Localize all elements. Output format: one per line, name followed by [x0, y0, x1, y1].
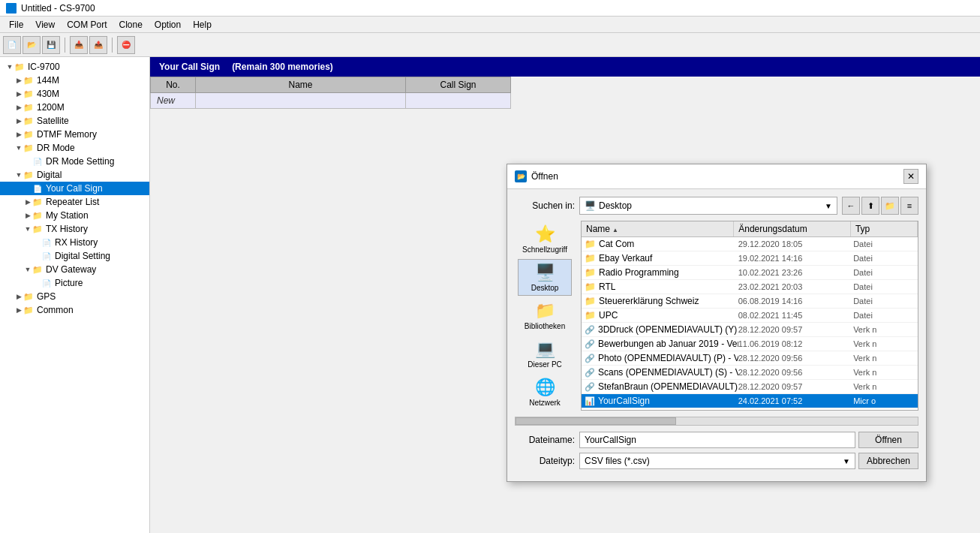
sidebar-item-144m[interactable]: ▶ 📁 144M: [0, 74, 149, 87]
col-header-date[interactable]: Änderungsdatum: [734, 221, 851, 236]
open-dialog: 📂 Öffnen ✕ Suchen in: 🖥️ Desktop ▼ ← ⬆ 📁…: [507, 164, 927, 482]
file-cell-name: 📁 Cat Com: [585, 239, 738, 249]
col-callsign: Call Sign: [406, 77, 511, 93]
col-header-name[interactable]: Name ▲: [582, 221, 734, 236]
sidebar-item-ic9700[interactable]: ▼ 📁 IC-9700: [0, 60, 149, 74]
sidebar-item-mystation[interactable]: ▶ 📁 My Station: [0, 209, 149, 222]
sidebar-dieser-pc[interactable]: 💻 Dieser PC: [518, 336, 572, 372]
file-row[interactable]: 📁 RTL 23.02.2021 20:03 Datei: [582, 280, 918, 294]
sidebar-item-drmode[interactable]: ▼ 📁 DR Mode: [0, 141, 149, 155]
toolbar-read-btn[interactable]: 📥: [70, 36, 88, 54]
cell-callsign-new[interactable]: [406, 93, 511, 109]
col-header-type[interactable]: Typ: [851, 221, 918, 236]
nav-back-btn[interactable]: ←: [842, 197, 860, 215]
sidebar-desktop[interactable]: 🖥️ Desktop: [518, 259, 572, 296]
file-rows: 📁 Cat Com 29.12.2020 18:05 Datei 📁 Ebay …: [582, 237, 918, 408]
sidebar-item-gps[interactable]: ▶ 📁 GPS: [0, 290, 149, 303]
filetype-select[interactable]: CSV files (*.csv) ▼: [579, 453, 855, 469]
menu-view[interactable]: View: [29, 18, 61, 32]
file-row[interactable]: 🔗 Photo (OPENMEDIAVAULT) (P) - Verknüpfu…: [582, 351, 918, 366]
filename-input[interactable]: [579, 432, 855, 448]
file-name-text: Steuererklärung Schweiz: [599, 296, 699, 306]
sidebar-item-dtmf[interactable]: ▶ 📁 DTMF Memory: [0, 128, 149, 141]
file-cell-name: 🔗 Scans (OPENMEDIAVAULT) (S) - Verknüpfu…: [585, 367, 738, 378]
toolbar-write-btn[interactable]: 📤: [89, 36, 107, 54]
file-row[interactable]: 🔗 3DDruck (OPENMEDIAVAULT) (Y) - Verknüp…: [582, 323, 918, 337]
menu-option[interactable]: Option: [149, 18, 187, 32]
file-cell-type: Verk n: [853, 382, 915, 391]
expand-icon-144m: ▶: [15, 77, 23, 84]
toolbar-open-btn[interactable]: 📂: [23, 36, 41, 54]
sidebar-label-digital: Digital: [37, 170, 62, 180]
sidebar-label-dtmf: DTMF Memory: [37, 129, 97, 140]
dialog-close-button[interactable]: ✕: [903, 169, 918, 184]
sidebar-bibliotheken[interactable]: 📁 Bibliotheken: [518, 297, 572, 334]
sidebar-item-common[interactable]: ▶ 📁 Common: [0, 303, 149, 317]
sidebar-item-repeaterlist[interactable]: ▶ 📁 Repeater List: [0, 195, 149, 209]
menu-help[interactable]: Help: [187, 18, 218, 32]
file-row[interactable]: 📁 Radio Programming 10.02.2021 23:26 Dat…: [582, 266, 918, 280]
file-row[interactable]: 📁 Cat Com 29.12.2020 18:05 Datei: [582, 237, 918, 251]
file-cell-date: 24.02.2021 07:52: [738, 396, 853, 405]
page-icon-yourcallsign: 📄: [32, 182, 44, 194]
sidebar-item-dvgateway[interactable]: ▼ 📁 DV Gateway: [0, 263, 149, 276]
page-icon-picture: 📄: [41, 277, 53, 289]
sidebar-label-satellite: Satellite: [37, 116, 69, 126]
folder-icon-430m: 📁: [23, 88, 35, 100]
sidebar-label-dvgateway: DV Gateway: [46, 264, 96, 275]
menu-file[interactable]: File: [3, 18, 29, 32]
file-row[interactable]: 📁 Steuererklärung Schweiz 06.08.2019 14:…: [582, 294, 918, 309]
file-row[interactable]: 🔗 StefanBraun (OPENMEDIAVAULT) (Z) - Ver…: [582, 380, 918, 394]
toolbar-save-btn[interactable]: 💾: [42, 36, 60, 54]
menu-clone[interactable]: Clone: [113, 18, 148, 32]
file-cell-date: 28.12.2020 09:56: [738, 368, 853, 377]
file-row[interactable]: 📁 Ebay Verkauf 19.02.2021 14:16 Datei: [582, 251, 918, 266]
sidebar-item-430m[interactable]: ▶ 📁 430M: [0, 87, 149, 101]
col-name: Name: [196, 77, 406, 93]
desktop-label: Desktop: [531, 284, 559, 292]
sidebar-item-yourcallsign[interactable]: 📄 Your Call Sign: [0, 182, 149, 195]
sidebar-item-rxhistory[interactable]: 📄 RX History: [0, 236, 149, 249]
sidebar-item-drmodesetting[interactable]: 📄 DR Mode Setting: [0, 155, 149, 168]
sidebar-item-1200m[interactable]: ▶ 📁 1200M: [0, 101, 149, 114]
expand-icon-common: ▶: [15, 306, 23, 314]
toolbar-new-btn[interactable]: 📄: [3, 36, 21, 54]
nav-view-btn[interactable]: ≡: [900, 197, 918, 215]
sidebar-item-txhistory[interactable]: ▼ 📁 TX History: [0, 222, 149, 236]
expand-icon-digital: ▼: [15, 171, 23, 179]
file-row[interactable]: 🔗 Bewerbungen ab Januar 2019 - Verknüpfu…: [582, 337, 918, 351]
toolbar-stop-btn[interactable]: ⛔: [117, 36, 135, 54]
file-row[interactable]: 📁 UPC 08.02.2021 11:45 Datei: [582, 309, 918, 323]
sidebar-item-digitalsetting[interactable]: 📄 Digital Setting: [0, 249, 149, 263]
folder-icon-1200m: 📁: [23, 101, 35, 113]
cell-name-new[interactable]: [196, 93, 406, 109]
sidebar-schnellzugriff[interactable]: ⭐ Schnellzugriff: [518, 221, 572, 257]
memory-table: No. Name Call Sign New: [150, 77, 511, 109]
folder-icon-repeaterlist: 📁: [32, 196, 44, 208]
menu-comport[interactable]: COM Port: [61, 18, 113, 32]
file-name-text: YourCallSign: [598, 396, 650, 406]
cell-no-new: New: [151, 93, 196, 109]
open-button[interactable]: Öffnen: [858, 432, 918, 448]
file-cell-name: 📁 Radio Programming: [585, 267, 738, 278]
filename-row: Dateiname: Öffnen: [515, 432, 918, 448]
sidebar-item-picture[interactable]: 📄 Picture: [0, 276, 149, 290]
file-row[interactable]: 🔗 Scans (OPENMEDIAVAULT) (S) - Verknüpfu…: [582, 366, 918, 380]
sidebar-item-satellite[interactable]: ▶ 📁 Satellite: [0, 114, 149, 128]
file-cell-name: 📊 YourCallSign: [585, 396, 738, 406]
cancel-button[interactable]: Abbrechen: [858, 453, 918, 469]
nav-newfolder-btn[interactable]: 📁: [881, 197, 899, 215]
scroll-thumb: [516, 417, 676, 425]
folder-icon-144m: 📁: [23, 74, 35, 86]
sidebar-netzwerk[interactable]: 🌐 Netzwerk: [518, 374, 572, 411]
file-cell-date: 28.12.2020 09:56: [738, 354, 853, 363]
file-row[interactable]: 📊 YourCallSign 24.02.2021 07:52 Micr o: [582, 394, 918, 408]
lookin-select[interactable]: 🖥️ Desktop ▼: [579, 197, 837, 215]
expand-icon-drmode: ▼: [15, 144, 23, 152]
nav-up-btn[interactable]: ⬆: [861, 197, 879, 215]
sidebar-item-digital[interactable]: ▼ 📁 Digital: [0, 168, 149, 182]
file-cell-type: Datei: [853, 239, 915, 248]
table-row-new[interactable]: New: [151, 93, 511, 109]
lookin-row: Suchen in: 🖥️ Desktop ▼ ← ⬆ 📁 ≡: [515, 197, 918, 215]
horizontal-scrollbar[interactable]: [515, 417, 918, 426]
